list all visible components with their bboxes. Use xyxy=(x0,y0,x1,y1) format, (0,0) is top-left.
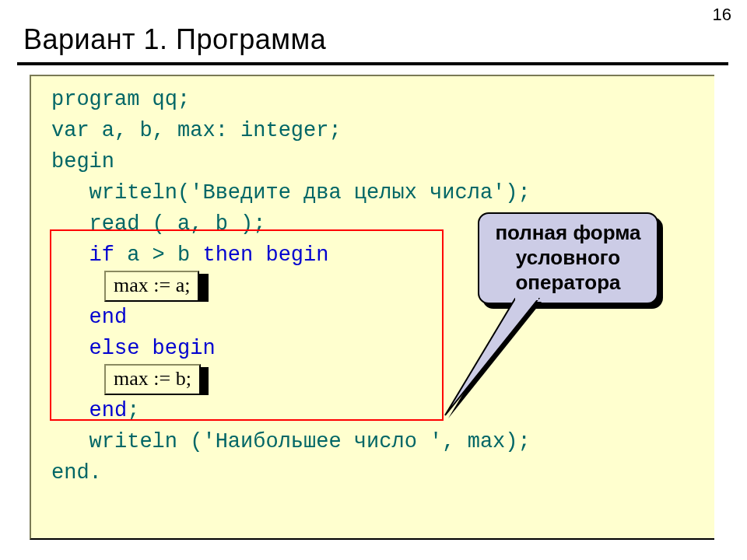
inline-box-1: max := a; xyxy=(104,271,199,302)
callout-tail xyxy=(439,292,548,417)
slide-title: Вариант 1. Программа xyxy=(23,23,326,56)
title-underline xyxy=(17,62,728,65)
slide: 16 Вариант 1. Программа program qq; var … xyxy=(0,0,747,560)
callout-bubble: полная форма условного оператора xyxy=(478,212,658,304)
svg-marker-1 xyxy=(445,299,538,415)
inline-box-2: max := b; xyxy=(104,364,201,395)
page-number: 16 xyxy=(713,5,731,25)
inline-code-2: max := b; xyxy=(114,367,191,390)
code-line: begin xyxy=(51,150,114,173)
inline-code-1: max := a; xyxy=(114,274,190,296)
code-line: writeln('Введите два целых числа'); xyxy=(51,181,531,205)
code-line: end. xyxy=(51,461,102,485)
callout-text: полная форма условного оператора xyxy=(487,220,649,295)
code-line: var a, b, max: integer; xyxy=(51,119,342,142)
code-line: program qq; xyxy=(51,88,190,111)
code-line: writeln ('Наибольшее число ', max); xyxy=(51,430,531,453)
